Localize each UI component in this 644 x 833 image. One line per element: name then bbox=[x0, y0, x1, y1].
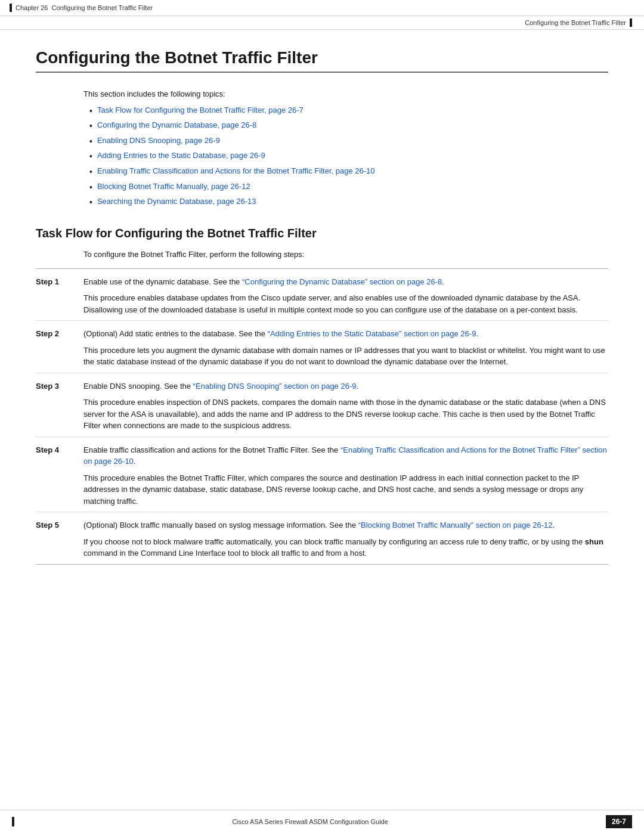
content-area: Configuring the Botnet Traffic Filter Th… bbox=[0, 30, 644, 600]
step-4-prefix: Enable traffic classification and action… bbox=[83, 445, 340, 454]
step-4-label: Step 4 bbox=[36, 444, 83, 454]
step-3-detail: This procedure enables inspection of DNS… bbox=[83, 397, 608, 432]
footer: Cisco ASA Series Firewall ASDM Configura… bbox=[0, 810, 644, 833]
header-right-bar bbox=[630, 18, 632, 27]
main-heading: Configuring the Botnet Traffic Filter bbox=[36, 48, 608, 73]
step-1-link[interactable]: “Configuring the Dynamic Database” secti… bbox=[242, 277, 442, 286]
step-1-content: Enable use of the dynamic database. See … bbox=[83, 276, 608, 316]
step-4-detail: This procedure enables the Botnet Traffi… bbox=[83, 472, 608, 507]
header-left: Chapter 26 Configuring the Botnet Traffi… bbox=[10, 4, 153, 12]
bullet-dot: • bbox=[89, 151, 92, 163]
bullet-dot: • bbox=[89, 182, 92, 194]
step-4-row: Step 4 Enable traffic classification and… bbox=[36, 437, 608, 513]
footer-right: 26-7 bbox=[606, 815, 632, 828]
step-3-row: Step 3 Enable DNS snooping. See the “Ena… bbox=[36, 373, 608, 437]
page-wrapper: Chapter 26 Configuring the Botnet Traffi… bbox=[0, 0, 644, 833]
bullet-link-4[interactable]: Adding Entries to the Static Database, p… bbox=[97, 151, 265, 160]
step-5-main: (Optional) Block traffic manually based … bbox=[83, 519, 608, 531]
bullet-link-2[interactable]: Configuring the Dynamic Database, page 2… bbox=[97, 120, 256, 129]
step-1-main: Enable use of the dynamic database. See … bbox=[83, 276, 608, 288]
header-left-bar bbox=[10, 4, 12, 12]
step-2-prefix: (Optional) Add static entries to the dat… bbox=[83, 329, 268, 338]
step-3-label: Step 3 bbox=[36, 380, 83, 391]
step-5-prefix: (Optional) Block traffic manually based … bbox=[83, 521, 358, 529]
step-2-row: Step 2 (Optional) Add static entries to … bbox=[36, 321, 608, 373]
intro-text: This section includes the following topi… bbox=[83, 89, 608, 98]
bullet-link-3[interactable]: Enabling DNS Snooping, page 26-9 bbox=[97, 136, 220, 145]
page-number: 26-7 bbox=[606, 815, 632, 828]
list-item: • Adding Entries to the Static Database,… bbox=[89, 151, 608, 163]
step-1-prefix: Enable use of the dynamic database. See … bbox=[83, 277, 242, 286]
step-1-detail: This procedure enables database updates … bbox=[83, 292, 608, 315]
step-5-detail-bold: shun bbox=[585, 537, 603, 546]
step-5-detail-part2: command in the Command Line Interface to… bbox=[83, 549, 367, 558]
bullet-dot: • bbox=[89, 197, 92, 209]
bullet-dot: • bbox=[89, 120, 92, 132]
list-item: • Task Flow for Configuring the Botnet T… bbox=[89, 106, 608, 117]
bullet-link-7[interactable]: Searching the Dynamic Database, page 26-… bbox=[97, 197, 256, 206]
step-3-link[interactable]: “Enabling DNS Snooping” section on page … bbox=[193, 382, 357, 391]
step-2-suffix: . bbox=[476, 329, 478, 338]
step-5-link[interactable]: “Blocking Botnet Traffic Manually” secti… bbox=[358, 521, 553, 529]
step-1-row: Step 1 Enable use of the dynamic databas… bbox=[36, 269, 608, 321]
step-3-content: Enable DNS snooping. See the “Enabling D… bbox=[83, 380, 608, 432]
header-chapter-title: Configuring the Botnet Traffic Filter bbox=[51, 4, 153, 11]
header-bar: Chapter 26 Configuring the Botnet Traffi… bbox=[0, 0, 644, 16]
step-2-detail: This procedure lets you augment the dyna… bbox=[83, 345, 608, 368]
step-1-label: Step 1 bbox=[36, 276, 83, 286]
step-5-detail: If you choose not to block malware traff… bbox=[83, 536, 608, 559]
bullet-link-6[interactable]: Blocking Botnet Traffic Manually, page 2… bbox=[97, 182, 250, 191]
bullet-list: • Task Flow for Configuring the Botnet T… bbox=[89, 106, 608, 209]
top-right-header: Configuring the Botnet Traffic Filter bbox=[0, 16, 644, 30]
header-chapter: Chapter 26 bbox=[16, 4, 48, 11]
bullet-link-1[interactable]: Task Flow for Configuring the Botnet Tra… bbox=[97, 106, 304, 114]
step-5-suffix: . bbox=[552, 521, 555, 529]
step-3-main: Enable DNS snooping. See the “Enabling D… bbox=[83, 380, 608, 392]
step-2-content: (Optional) Add static entries to the dat… bbox=[83, 328, 608, 368]
step-1-suffix: . bbox=[442, 277, 444, 286]
bullet-link-5[interactable]: Enabling Traffic Classification and Acti… bbox=[97, 166, 375, 175]
step-2-main: (Optional) Add static entries to the dat… bbox=[83, 328, 608, 340]
step-3-prefix: Enable DNS snooping. See the bbox=[83, 382, 193, 391]
list-item: • Blocking Botnet Traffic Manually, page… bbox=[89, 182, 608, 194]
step-5-label: Step 5 bbox=[36, 519, 83, 529]
header-right-title: Configuring the Botnet Traffic Filter bbox=[525, 19, 626, 26]
step-5-content: (Optional) Block traffic manually based … bbox=[83, 519, 608, 559]
step-3-suffix: . bbox=[356, 382, 358, 391]
bullet-dot: • bbox=[89, 136, 92, 148]
step-5-row: Step 5 (Optional) Block traffic manually… bbox=[36, 512, 608, 565]
step-4-main: Enable traffic classification and action… bbox=[83, 444, 608, 467]
section-intro: To configure the Botnet Traffic Filter, … bbox=[83, 250, 608, 259]
step-4-content: Enable traffic classification and action… bbox=[83, 444, 608, 507]
bullet-dot: • bbox=[89, 106, 92, 117]
bullet-dot: • bbox=[89, 166, 92, 178]
steps-container: Step 1 Enable use of the dynamic databas… bbox=[36, 268, 608, 565]
list-item: • Enabling Traffic Classification and Ac… bbox=[89, 166, 608, 178]
list-item: • Searching the Dynamic Database, page 2… bbox=[89, 197, 608, 209]
footer-guide-name: Cisco ASA Series Firewall ASDM Configura… bbox=[14, 818, 606, 825]
step-2-label: Step 2 bbox=[36, 328, 83, 338]
list-item: • Configuring the Dynamic Database, page… bbox=[89, 120, 608, 132]
step-5-detail-part1: If you choose not to block malware traff… bbox=[83, 537, 585, 546]
step-4-suffix: . bbox=[134, 457, 136, 466]
step-2-link[interactable]: “Adding Entries to the Static Database” … bbox=[268, 329, 476, 338]
list-item: • Enabling DNS Snooping, page 26-9 bbox=[89, 136, 608, 148]
section-heading: Task Flow for Configuring the Botnet Tra… bbox=[36, 227, 608, 240]
